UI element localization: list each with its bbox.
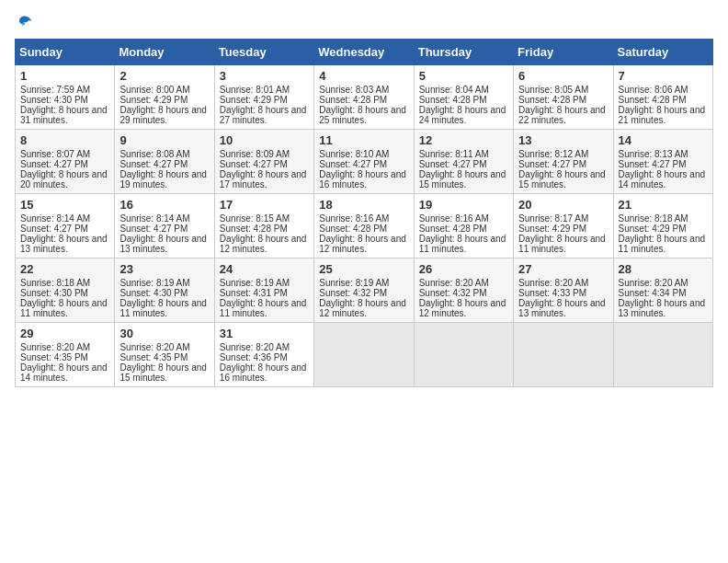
sunrise-text: Sunrise: 8:00 AM: [119, 85, 209, 95]
calendar-cell: 9Sunrise: 8:08 AMSunset: 4:27 PMDaylight…: [115, 130, 214, 194]
calendar-cell: [414, 323, 513, 387]
sunset-text: Sunset: 4:30 PM: [20, 288, 109, 298]
day-number: 12: [419, 133, 508, 147]
daylight-text: Daylight: 8 hours and 13 minutes.: [119, 234, 209, 254]
day-number: 19: [419, 198, 508, 212]
sunrise-text: Sunrise: 8:07 AM: [20, 149, 109, 159]
day-number: 24: [220, 262, 309, 276]
sunrise-text: Sunrise: 8:05 AM: [518, 85, 608, 95]
day-number: 11: [319, 133, 408, 147]
sunset-text: Sunset: 4:35 PM: [20, 352, 109, 362]
calendar-cell: 25Sunrise: 8:19 AMSunset: 4:32 PMDayligh…: [314, 259, 414, 323]
calendar-cell: 19Sunrise: 8:16 AMSunset: 4:28 PMDayligh…: [414, 194, 513, 259]
calendar-cell: 4Sunrise: 8:03 AMSunset: 4:28 PMDaylight…: [314, 65, 414, 130]
header-day-sunday: Sunday: [16, 40, 115, 65]
calendar-cell: [314, 323, 414, 387]
daylight-text: Daylight: 8 hours and 25 minutes.: [319, 105, 408, 125]
day-number: 28: [619, 262, 708, 276]
calendar-cell: 8Sunrise: 8:07 AMSunset: 4:27 PMDaylight…: [16, 130, 115, 194]
daylight-text: Daylight: 8 hours and 11 minutes.: [518, 234, 608, 254]
daylight-text: Daylight: 8 hours and 14 minutes.: [20, 362, 109, 383]
logo: [15, 15, 33, 31]
sunset-text: Sunset: 4:32 PM: [419, 288, 508, 298]
sunset-text: Sunset: 4:28 PM: [619, 95, 708, 105]
sunrise-text: Sunrise: 8:11 AM: [419, 149, 508, 159]
sunrise-text: Sunrise: 8:12 AM: [518, 149, 608, 159]
day-number: 31: [220, 327, 309, 340]
sunrise-text: Sunrise: 8:19 AM: [220, 278, 309, 288]
sunset-text: Sunset: 4:33 PM: [518, 288, 608, 298]
daylight-text: Daylight: 8 hours and 11 minutes.: [220, 298, 309, 318]
daylight-text: Daylight: 8 hours and 13 minutes.: [518, 298, 608, 318]
sunrise-text: Sunrise: 8:03 AM: [319, 85, 408, 95]
daylight-text: Daylight: 8 hours and 16 minutes.: [319, 169, 408, 190]
daylight-text: Daylight: 8 hours and 17 minutes.: [220, 169, 309, 190]
sunset-text: Sunset: 4:27 PM: [119, 224, 209, 234]
calendar-table: SundayMondayTuesdayWednesdayThursdayFrid…: [15, 39, 713, 387]
day-number: 3: [220, 69, 309, 83]
calendar-cell: 17Sunrise: 8:15 AMSunset: 4:28 PMDayligh…: [214, 194, 313, 259]
daylight-text: Daylight: 8 hours and 27 minutes.: [220, 105, 309, 125]
sunset-text: Sunset: 4:34 PM: [619, 288, 708, 298]
calendar-cell: 1Sunrise: 7:59 AMSunset: 4:30 PMDaylight…: [16, 65, 115, 130]
calendar-cell: 27Sunrise: 8:20 AMSunset: 4:33 PMDayligh…: [514, 259, 613, 323]
calendar-cell: 21Sunrise: 8:18 AMSunset: 4:29 PMDayligh…: [613, 194, 712, 259]
sunset-text: Sunset: 4:28 PM: [220, 224, 309, 234]
sunrise-text: Sunrise: 8:14 AM: [20, 213, 109, 224]
logo-bird-icon: [17, 15, 33, 31]
calendar-cell: 5Sunrise: 8:04 AMSunset: 4:28 PMDaylight…: [414, 65, 513, 130]
sunrise-text: Sunrise: 8:18 AM: [20, 278, 109, 288]
day-number: 1: [20, 69, 109, 83]
daylight-text: Daylight: 8 hours and 11 minutes.: [20, 298, 109, 318]
daylight-text: Daylight: 8 hours and 12 minutes.: [220, 234, 309, 254]
day-number: 30: [119, 327, 209, 340]
calendar-cell: 11Sunrise: 8:10 AMSunset: 4:27 PMDayligh…: [314, 130, 414, 194]
calendar-cell: 10Sunrise: 8:09 AMSunset: 4:27 PMDayligh…: [214, 130, 313, 194]
day-number: 23: [119, 262, 209, 276]
day-number: 4: [319, 69, 408, 83]
sunset-text: Sunset: 4:28 PM: [319, 224, 408, 234]
week-row-5: 29Sunrise: 8:20 AMSunset: 4:35 PMDayligh…: [16, 323, 713, 387]
sunrise-text: Sunrise: 8:20 AM: [619, 278, 708, 288]
daylight-text: Daylight: 8 hours and 15 minutes.: [518, 169, 608, 190]
week-row-4: 22Sunrise: 8:18 AMSunset: 4:30 PMDayligh…: [16, 259, 713, 323]
daylight-text: Daylight: 8 hours and 13 minutes.: [20, 234, 109, 254]
daylight-text: Daylight: 8 hours and 13 minutes.: [619, 298, 708, 318]
sunrise-text: Sunrise: 8:06 AM: [619, 85, 708, 95]
calendar-cell: 16Sunrise: 8:14 AMSunset: 4:27 PMDayligh…: [115, 194, 214, 259]
calendar-cell: 7Sunrise: 8:06 AMSunset: 4:28 PMDaylight…: [613, 65, 712, 130]
daylight-text: Daylight: 8 hours and 14 minutes.: [619, 169, 708, 190]
daylight-text: Daylight: 8 hours and 11 minutes.: [119, 298, 209, 318]
day-number: 8: [20, 133, 109, 147]
day-number: 2: [119, 69, 209, 83]
daylight-text: Daylight: 8 hours and 29 minutes.: [119, 105, 209, 125]
day-number: 10: [220, 133, 309, 147]
day-number: 6: [518, 69, 608, 83]
day-number: 21: [619, 198, 708, 212]
day-number: 17: [220, 198, 309, 212]
day-number: 5: [419, 69, 508, 83]
sunrise-text: Sunrise: 8:19 AM: [319, 278, 408, 288]
sunset-text: Sunset: 4:29 PM: [119, 95, 209, 105]
sunrise-text: Sunrise: 8:08 AM: [119, 149, 209, 159]
header-day-monday: Monday: [115, 40, 214, 65]
day-number: 20: [518, 198, 608, 212]
calendar-cell: 29Sunrise: 8:20 AMSunset: 4:35 PMDayligh…: [16, 323, 115, 387]
daylight-text: Daylight: 8 hours and 11 minutes.: [619, 234, 708, 254]
calendar-cell: 6Sunrise: 8:05 AMSunset: 4:28 PMDaylight…: [514, 65, 613, 130]
sunset-text: Sunset: 4:35 PM: [119, 352, 209, 362]
day-number: 25: [319, 262, 408, 276]
daylight-text: Daylight: 8 hours and 15 minutes.: [419, 169, 508, 190]
week-row-2: 8Sunrise: 8:07 AMSunset: 4:27 PMDaylight…: [16, 130, 713, 194]
daylight-text: Daylight: 8 hours and 16 minutes.: [220, 362, 309, 383]
calendar-cell: 20Sunrise: 8:17 AMSunset: 4:29 PMDayligh…: [514, 194, 613, 259]
sunset-text: Sunset: 4:28 PM: [419, 224, 508, 234]
calendar-cell: 31Sunrise: 8:20 AMSunset: 4:36 PMDayligh…: [214, 323, 313, 387]
calendar-cell: 12Sunrise: 8:11 AMSunset: 4:27 PMDayligh…: [414, 130, 513, 194]
day-number: 9: [119, 133, 209, 147]
sunset-text: Sunset: 4:27 PM: [220, 159, 309, 169]
header-row: SundayMondayTuesdayWednesdayThursdayFrid…: [16, 40, 713, 65]
sunset-text: Sunset: 4:29 PM: [518, 224, 608, 234]
header-day-wednesday: Wednesday: [314, 40, 414, 65]
week-row-1: 1Sunrise: 7:59 AMSunset: 4:30 PMDaylight…: [16, 65, 713, 130]
